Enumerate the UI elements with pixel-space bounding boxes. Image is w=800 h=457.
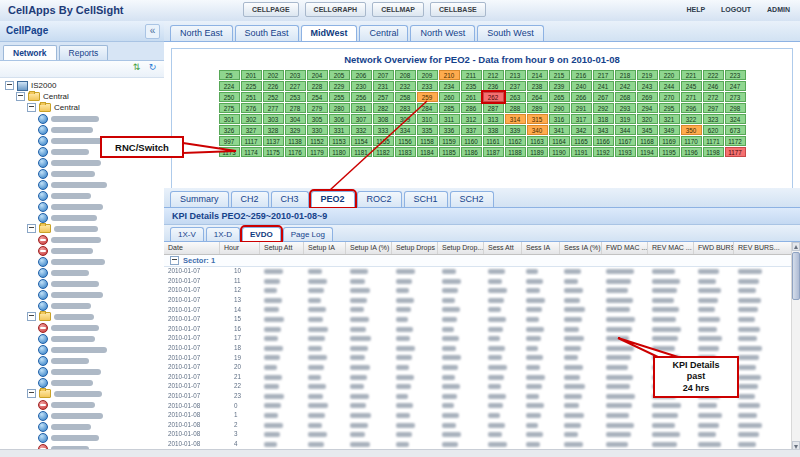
cell-231[interactable]: 231 (373, 81, 394, 91)
tree-node[interactable] (5, 388, 164, 399)
cell-1173[interactable]: 1173 (219, 147, 240, 157)
cell-340[interactable]: 340 (527, 125, 548, 135)
cell-250[interactable]: 250 (219, 92, 240, 102)
cell-314[interactable]: 314 (505, 114, 526, 124)
cell-206[interactable]: 206 (351, 70, 372, 80)
cell-268[interactable]: 268 (615, 92, 636, 102)
cell-620[interactable]: 620 (703, 125, 724, 135)
tree-node[interactable] (5, 421, 164, 432)
cell-224[interactable]: 224 (219, 81, 240, 91)
cell-332[interactable]: 332 (351, 125, 372, 135)
cell-1163[interactable]: 1163 (527, 136, 548, 146)
cell-1171[interactable]: 1171 (703, 136, 724, 146)
cell-255[interactable]: 255 (329, 92, 350, 102)
cell-293[interactable]: 293 (615, 103, 636, 113)
cell-288[interactable]: 288 (505, 103, 526, 113)
cell-289[interactable]: 289 (527, 103, 548, 113)
cell-222[interactable]: 222 (703, 70, 724, 80)
cell-240[interactable]: 240 (571, 81, 592, 91)
column-header-setup-drop[interactable]: Setup Drop... (438, 242, 484, 254)
cell-1181[interactable]: 1181 (351, 147, 372, 157)
cell-286[interactable]: 286 (461, 103, 482, 113)
tree-node[interactable] (5, 267, 164, 278)
cell-223[interactable]: 223 (725, 70, 746, 80)
cell-208[interactable]: 208 (395, 70, 416, 80)
tree-node[interactable] (5, 278, 164, 289)
cell-257[interactable]: 257 (373, 92, 394, 102)
cell-1180[interactable]: 1180 (329, 147, 350, 157)
kpi-subtab-page-log[interactable]: Page Log (283, 227, 333, 241)
cell-280[interactable]: 280 (329, 103, 350, 113)
cell-1138[interactable]: 1138 (285, 136, 306, 146)
cell-1160[interactable]: 1160 (461, 136, 482, 146)
expander-icon[interactable] (27, 103, 36, 112)
cell-225[interactable]: 225 (241, 81, 262, 91)
cell-330[interactable]: 330 (307, 125, 328, 135)
column-header-sess-att[interactable]: Sess Att (484, 242, 522, 254)
cell-350[interactable]: 350 (681, 125, 702, 135)
cell-322[interactable]: 322 (681, 114, 702, 124)
cell-217[interactable]: 217 (593, 70, 614, 80)
refresh-icon[interactable]: ↻ (147, 62, 158, 73)
menu-button-cellpage[interactable]: CELLPAGE (243, 2, 299, 17)
cell-304[interactable]: 304 (285, 114, 306, 124)
region-tab-south-west[interactable]: South West (477, 25, 543, 41)
cell-313[interactable]: 313 (483, 114, 504, 124)
column-header-hour[interactable]: Hour (220, 242, 260, 254)
cell-331[interactable]: 331 (329, 125, 350, 135)
cell-218[interactable]: 218 (615, 70, 636, 80)
cell-1158[interactable]: 1158 (417, 136, 438, 146)
cell-211[interactable]: 211 (461, 70, 482, 80)
cell-310[interactable]: 310 (417, 114, 438, 124)
cell-209[interactable]: 209 (417, 70, 438, 80)
cell-283[interactable]: 283 (395, 103, 416, 113)
tree-node[interactable] (5, 410, 164, 421)
cell-251[interactable]: 251 (241, 92, 262, 102)
tree-node[interactable] (5, 355, 164, 366)
cell-296[interactable]: 296 (681, 103, 702, 113)
expander-icon[interactable] (27, 224, 36, 233)
cell-260[interactable]: 260 (439, 92, 460, 102)
cell-1137[interactable]: 1137 (263, 136, 284, 146)
tree-node[interactable] (5, 168, 164, 179)
menu-button-cellmap[interactable]: CELLMAP (372, 2, 424, 17)
cell-316[interactable]: 316 (549, 114, 570, 124)
collapse-sidebar-button[interactable]: « (145, 24, 160, 39)
cell-290[interactable]: 290 (549, 103, 570, 113)
tree-node[interactable] (5, 344, 164, 355)
region-tab-south-east[interactable]: South East (235, 25, 299, 41)
cell-334[interactable]: 334 (395, 125, 416, 135)
cell-1189[interactable]: 1189 (527, 147, 548, 157)
cell-1153[interactable]: 1153 (329, 136, 350, 146)
cell-238[interactable]: 238 (527, 81, 548, 91)
cell-1162[interactable]: 1162 (505, 136, 526, 146)
cell-311[interactable]: 311 (439, 114, 460, 124)
cell-342[interactable]: 342 (571, 125, 592, 135)
column-header-setup-ia[interactable]: Setup IA (304, 242, 346, 254)
cell-1196[interactable]: 1196 (681, 147, 702, 157)
column-header-fwd-mac[interactable]: FWD MAC ... (602, 242, 648, 254)
cell-1187[interactable]: 1187 (483, 147, 504, 157)
tree-node[interactable] (5, 113, 164, 124)
cell-320[interactable]: 320 (637, 114, 658, 124)
tree-node[interactable] (5, 366, 164, 377)
scroll-thumb[interactable] (792, 252, 800, 300)
tree-node[interactable] (5, 311, 164, 322)
cell-247[interactable]: 247 (725, 81, 746, 91)
cell-262[interactable]: 262 (483, 92, 504, 102)
cell-328[interactable]: 328 (263, 125, 284, 135)
expander-icon[interactable] (27, 389, 36, 398)
kpi-tab-peo2[interactable]: PEO2 (311, 191, 355, 207)
kpi-subtab-1x-d[interactable]: 1X-D (206, 227, 240, 241)
cell-1191[interactable]: 1191 (571, 147, 592, 157)
kpi-tab-sch1[interactable]: SCH1 (404, 191, 448, 207)
column-header-fwd-burs[interactable]: FWD BURS... (694, 242, 734, 254)
cell-212[interactable]: 212 (483, 70, 504, 80)
cell-1168[interactable]: 1168 (637, 136, 658, 146)
cell-339[interactable]: 339 (505, 125, 526, 135)
cell-1198[interactable]: 1198 (703, 147, 724, 157)
cell-329[interactable]: 329 (285, 125, 306, 135)
cell-267[interactable]: 267 (593, 92, 614, 102)
cell-233[interactable]: 233 (417, 81, 438, 91)
cell-214[interactable]: 214 (527, 70, 548, 80)
